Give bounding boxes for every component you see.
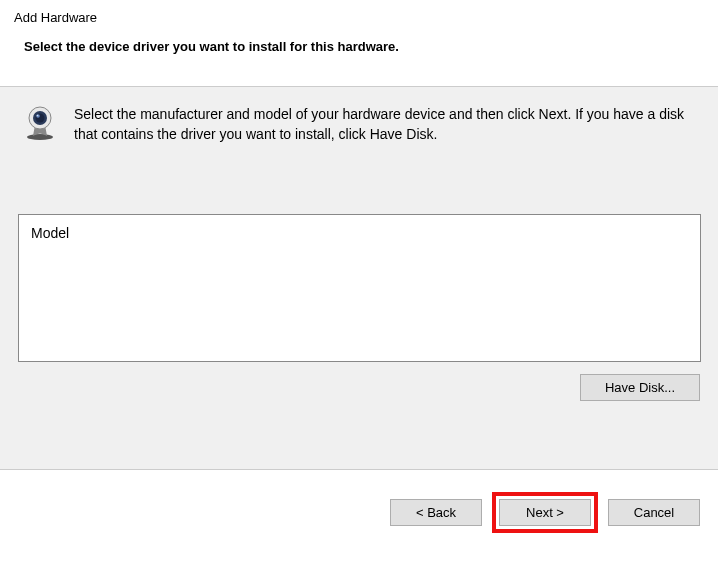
next-button[interactable]: Next > bbox=[499, 499, 591, 526]
instruction-text: Select the manufacturer and model of you… bbox=[74, 105, 700, 144]
cancel-button[interactable]: Cancel bbox=[608, 499, 700, 526]
camera-icon bbox=[22, 105, 58, 141]
window-title: Add Hardware bbox=[14, 10, 704, 25]
wizard-body: Select the manufacturer and model of you… bbox=[0, 87, 718, 469]
model-list[interactable]: Model bbox=[18, 214, 701, 362]
back-button[interactable]: < Back bbox=[390, 499, 482, 526]
svg-point-5 bbox=[37, 115, 39, 117]
page-subtitle: Select the device driver you want to ins… bbox=[14, 39, 704, 54]
svg-point-0 bbox=[27, 134, 53, 140]
have-disk-button[interactable]: Have Disk... bbox=[580, 374, 700, 401]
next-button-highlight: Next > bbox=[492, 492, 598, 533]
model-column-header: Model bbox=[31, 225, 688, 241]
wizard-footer: < Back Next > Cancel bbox=[0, 470, 718, 533]
